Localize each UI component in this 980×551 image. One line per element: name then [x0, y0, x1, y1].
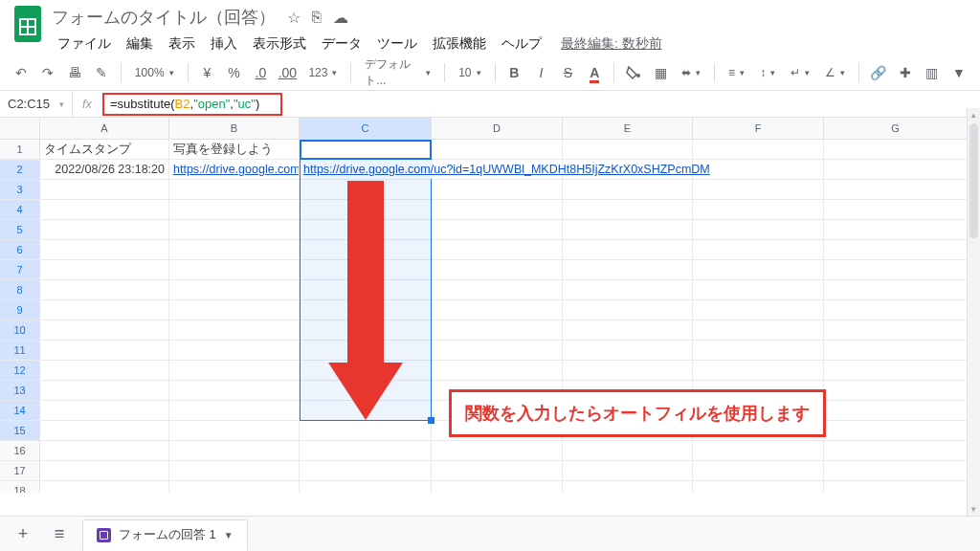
cell[interactable] [563, 140, 693, 159]
cell[interactable] [824, 200, 968, 219]
cell[interactable] [693, 180, 824, 199]
row-header[interactable]: 14 [0, 401, 40, 420]
menu-tools[interactable]: ツール [371, 33, 423, 55]
cell[interactable] [693, 441, 824, 460]
cell[interactable]: https://drive.google.com/uc?id=1qUWWBl_M… [300, 160, 432, 179]
col-header[interactable]: E [563, 118, 693, 139]
cell[interactable] [169, 280, 300, 299]
row-header[interactable]: 3 [0, 180, 40, 199]
cell[interactable] [169, 461, 300, 480]
cell[interactable] [169, 300, 300, 320]
menu-edit[interactable]: 編集 [121, 33, 159, 55]
cell[interactable] [563, 461, 693, 480]
cell[interactable] [693, 300, 824, 320]
cell[interactable] [824, 421, 968, 440]
row-header[interactable]: 15 [0, 421, 40, 440]
cell[interactable] [40, 200, 169, 219]
cell[interactable] [169, 401, 300, 420]
cell[interactable] [563, 260, 693, 279]
cell[interactable]: 写真を登録しよう [169, 140, 300, 159]
cell[interactable] [824, 180, 968, 199]
doc-title[interactable]: フォームのタイトル（回答） [52, 6, 276, 29]
cell[interactable] [40, 280, 169, 299]
cell[interactable] [563, 341, 693, 360]
row-header[interactable]: 11 [0, 341, 40, 360]
cell[interactable] [693, 461, 824, 480]
cell[interactable] [824, 320, 968, 340]
add-sheet-btn[interactable]: + [10, 524, 36, 544]
cell[interactable] [300, 441, 432, 460]
cell[interactable] [300, 341, 432, 360]
dec-decrease-btn[interactable]: .0 [249, 60, 272, 85]
cell[interactable] [432, 260, 563, 279]
cell[interactable] [169, 421, 300, 440]
col-header[interactable]: A [40, 118, 169, 139]
row-header[interactable]: 6 [0, 240, 40, 259]
strike-btn[interactable]: S [556, 60, 579, 85]
cell[interactable] [824, 461, 968, 480]
chart-btn[interactable]: ▥ [921, 60, 944, 85]
cell[interactable] [693, 280, 824, 299]
cell[interactable] [693, 220, 824, 239]
cell[interactable] [824, 381, 968, 400]
cell[interactable] [432, 280, 563, 299]
cell[interactable] [300, 260, 432, 279]
cell[interactable] [40, 401, 169, 420]
cell[interactable] [563, 320, 693, 340]
row-header[interactable]: 8 [0, 280, 40, 299]
cell[interactable] [432, 481, 563, 493]
cell[interactable] [824, 300, 968, 320]
cell[interactable] [432, 200, 563, 219]
cell[interactable] [40, 381, 169, 400]
row-header[interactable]: 17 [0, 461, 40, 480]
cell[interactable] [824, 280, 968, 299]
merge-btn[interactable]: ⬌ [676, 60, 706, 85]
cell[interactable] [824, 401, 968, 420]
cell[interactable] [432, 461, 563, 480]
cell[interactable] [169, 180, 300, 199]
cell[interactable] [40, 421, 169, 440]
cell[interactable] [40, 220, 169, 239]
cell[interactable] [693, 320, 824, 340]
cell[interactable] [563, 300, 693, 320]
sheet-tab[interactable]: フォームの回答 1 ▼ [82, 519, 248, 551]
cell[interactable] [300, 280, 432, 299]
bold-btn[interactable]: B [502, 60, 525, 85]
star-icon[interactable]: ☆ [287, 9, 301, 27]
menu-format[interactable]: 表示形式 [247, 33, 312, 55]
cell[interactable] [563, 280, 693, 299]
font-select[interactable]: デフォルト... [359, 60, 436, 85]
cell[interactable]: 2022/08/26 23:18:20 [40, 160, 169, 179]
cell[interactable] [432, 180, 563, 199]
cell[interactable] [693, 481, 824, 493]
cell[interactable] [169, 441, 300, 460]
cell[interactable] [300, 300, 432, 320]
cell[interactable] [693, 341, 824, 360]
cell[interactable] [432, 320, 563, 340]
cell[interactable] [300, 381, 432, 400]
cell[interactable] [300, 361, 432, 380]
cell[interactable] [432, 300, 563, 320]
cell[interactable] [40, 300, 169, 320]
borders-btn[interactable]: ▦ [649, 60, 672, 85]
cell[interactable] [300, 240, 432, 259]
cell[interactable] [169, 260, 300, 279]
cell[interactable] [432, 220, 563, 239]
cell[interactable] [563, 361, 693, 380]
menu-view[interactable]: 表示 [163, 33, 201, 55]
cell[interactable] [563, 180, 693, 199]
cell[interactable] [300, 421, 432, 440]
cell[interactable] [824, 140, 968, 159]
col-header[interactable]: D [432, 118, 563, 139]
cell[interactable] [693, 240, 824, 259]
cell[interactable]: タイムスタンプ [40, 140, 169, 159]
cell[interactable] [824, 481, 968, 493]
cell[interactable] [169, 320, 300, 340]
cell[interactable] [40, 180, 169, 199]
cloud-icon[interactable]: ☁ [333, 9, 348, 27]
zoom-select[interactable]: 100% [129, 60, 180, 85]
cell[interactable] [563, 220, 693, 239]
select-all-corner[interactable] [0, 118, 40, 139]
cell[interactable] [824, 260, 968, 279]
cell[interactable] [169, 381, 300, 400]
